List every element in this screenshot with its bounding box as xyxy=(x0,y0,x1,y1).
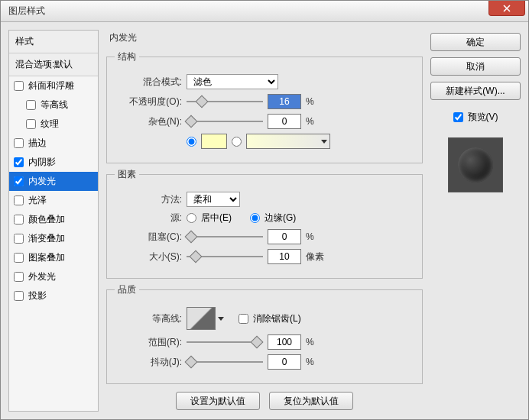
sidebar-checkbox-2[interactable] xyxy=(26,119,36,129)
range-label: 范围(R): xyxy=(115,336,182,349)
source-center-radio[interactable] xyxy=(187,213,196,223)
sidebar-item-0[interactable]: 斜面和浮雕 xyxy=(9,76,98,95)
sidebar-checkbox-7[interactable] xyxy=(14,215,24,225)
sidebar-item-3[interactable]: 描边 xyxy=(9,134,98,153)
opacity-unit: % xyxy=(306,96,314,107)
jitter-unit: % xyxy=(306,357,314,367)
elements-group: 图素 方法: 柔和 源: 居中(E) 边缘(G) 阻塞(C): xyxy=(106,168,423,279)
panel-title: 内发光 xyxy=(106,30,423,46)
opacity-input[interactable] xyxy=(268,94,301,109)
sidebar-item-8[interactable]: 渐变叠加 xyxy=(9,229,98,248)
elements-legend: 图素 xyxy=(115,168,139,181)
source-center-label: 居中(E) xyxy=(201,212,232,225)
contour-label: 等高线: xyxy=(115,312,182,325)
range-input[interactable] xyxy=(268,334,301,350)
blend-mode-select[interactable]: 滤色 xyxy=(187,74,278,89)
sidebar-checkbox-3[interactable] xyxy=(14,138,24,148)
sidebar-item-4[interactable]: 内阴影 xyxy=(9,153,98,172)
source-edge-radio[interactable] xyxy=(250,213,260,223)
jitter-input[interactable] xyxy=(268,354,301,370)
contour-picker[interactable] xyxy=(187,307,216,330)
sidebar-item-label: 颜色叠加 xyxy=(28,213,65,226)
choke-label: 阻塞(C): xyxy=(115,231,182,244)
new-style-button[interactable]: 新建样式(W)... xyxy=(430,82,521,100)
preview-checkbox[interactable] xyxy=(453,112,463,122)
preview-box xyxy=(448,137,503,192)
layer-style-dialog: 图层样式 样式 混合选项:默认 斜面和浮雕等高线纹理描边内阴影内发光光泽颜色叠加… xyxy=(0,0,529,420)
sidebar-item-11[interactable]: 投影 xyxy=(9,286,98,305)
color-swatch[interactable] xyxy=(201,134,227,149)
gradient-picker[interactable] xyxy=(246,134,330,149)
source-edge-label: 边缘(G) xyxy=(264,212,296,225)
size-unit: 像素 xyxy=(306,250,324,263)
size-input[interactable] xyxy=(268,249,301,264)
sidebar-checkbox-5[interactable] xyxy=(14,176,24,186)
preview-sphere xyxy=(458,147,493,183)
antialias-checkbox[interactable] xyxy=(239,314,248,324)
noise-input[interactable] xyxy=(268,114,301,129)
sidebar-checkbox-10[interactable] xyxy=(14,272,24,282)
noise-unit: % xyxy=(306,116,314,127)
opacity-label: 不透明度(O): xyxy=(115,95,182,108)
defaults-row: 设置为默认值 复位为默认值 xyxy=(106,392,423,410)
right-column: 确定 取消 新建样式(W)... 预览(V) xyxy=(430,30,521,412)
cancel-button[interactable]: 取消 xyxy=(430,57,521,76)
range-slider[interactable] xyxy=(187,336,263,348)
sidebar-item-label: 等高线 xyxy=(41,99,68,111)
method-label: 方法: xyxy=(115,193,182,206)
sidebar-item-6[interactable]: 光泽 xyxy=(9,191,98,210)
structure-legend: 结构 xyxy=(115,50,139,63)
center-panel: 内发光 结构 混合模式: 滤色 不透明度(O): % 杂色(N): % xyxy=(106,30,423,412)
sidebar-checkbox-6[interactable] xyxy=(14,195,24,205)
method-select[interactable]: 柔和 xyxy=(187,192,240,207)
sidebar-item-label: 内阴影 xyxy=(28,156,56,169)
choke-input[interactable] xyxy=(268,229,301,244)
sidebar-item-label: 投影 xyxy=(28,289,47,302)
range-unit: % xyxy=(306,337,314,347)
ok-button[interactable]: 确定 xyxy=(430,33,521,51)
structure-group: 结构 混合模式: 滤色 不透明度(O): % 杂色(N): % xyxy=(106,50,423,163)
color-radio-gradient[interactable] xyxy=(232,137,242,147)
sidebar-item-label: 光泽 xyxy=(28,194,47,207)
styles-sidebar: 样式 混合选项:默认 斜面和浮雕等高线纹理描边内阴影内发光光泽颜色叠加渐变叠加图… xyxy=(8,30,99,412)
sidebar-header[interactable]: 样式 xyxy=(9,31,98,53)
sidebar-item-5[interactable]: 内发光 xyxy=(9,172,98,191)
sidebar-checkbox-11[interactable] xyxy=(14,291,24,301)
sidebar-item-7[interactable]: 颜色叠加 xyxy=(9,210,98,229)
choke-slider[interactable] xyxy=(187,231,263,243)
antialias-label: 消除锯齿(L) xyxy=(253,312,301,325)
dialog-body: 样式 混合选项:默认 斜面和浮雕等高线纹理描边内阴影内发光光泽颜色叠加渐变叠加图… xyxy=(1,22,528,419)
sidebar-item-label: 内发光 xyxy=(28,175,56,188)
quality-legend: 品质 xyxy=(115,283,139,296)
make-default-button[interactable]: 设置为默认值 xyxy=(176,392,260,410)
sidebar-item-label: 纹理 xyxy=(41,118,59,131)
sidebar-item-9[interactable]: 图案叠加 xyxy=(9,248,98,267)
sidebar-blend-options[interactable]: 混合选项:默认 xyxy=(9,53,98,76)
blend-mode-label: 混合模式: xyxy=(115,76,182,89)
noise-label: 杂色(N): xyxy=(115,115,182,128)
jitter-label: 抖动(J): xyxy=(115,356,182,369)
sidebar-checkbox-9[interactable] xyxy=(14,253,24,263)
sidebar-item-label: 图案叠加 xyxy=(28,251,65,264)
sidebar-checkbox-4[interactable] xyxy=(14,157,24,167)
sidebar-item-1[interactable]: 等高线 xyxy=(9,95,98,115)
sidebar-checkbox-8[interactable] xyxy=(14,234,24,244)
sidebar-item-2[interactable]: 纹理 xyxy=(9,115,98,134)
source-label: 源: xyxy=(115,212,182,225)
size-slider[interactable] xyxy=(187,250,263,263)
jitter-slider[interactable] xyxy=(187,356,263,368)
sidebar-item-label: 渐变叠加 xyxy=(28,232,65,245)
opacity-slider[interactable] xyxy=(187,95,263,108)
size-label: 大小(S): xyxy=(115,250,182,263)
sidebar-item-label: 斜面和浮雕 xyxy=(28,79,74,92)
sidebar-checkbox-1[interactable] xyxy=(26,100,36,110)
titlebar[interactable]: 图层样式 xyxy=(1,1,528,22)
close-button[interactable] xyxy=(488,1,525,16)
reset-default-button[interactable]: 复位为默认值 xyxy=(269,392,353,410)
color-radio-solid[interactable] xyxy=(187,137,196,147)
sidebar-item-10[interactable]: 外发光 xyxy=(9,267,98,286)
sidebar-item-label: 描边 xyxy=(28,137,47,150)
sidebar-checkbox-0[interactable] xyxy=(14,81,24,91)
noise-slider[interactable] xyxy=(187,115,263,128)
sidebar-item-label: 外发光 xyxy=(28,270,56,283)
